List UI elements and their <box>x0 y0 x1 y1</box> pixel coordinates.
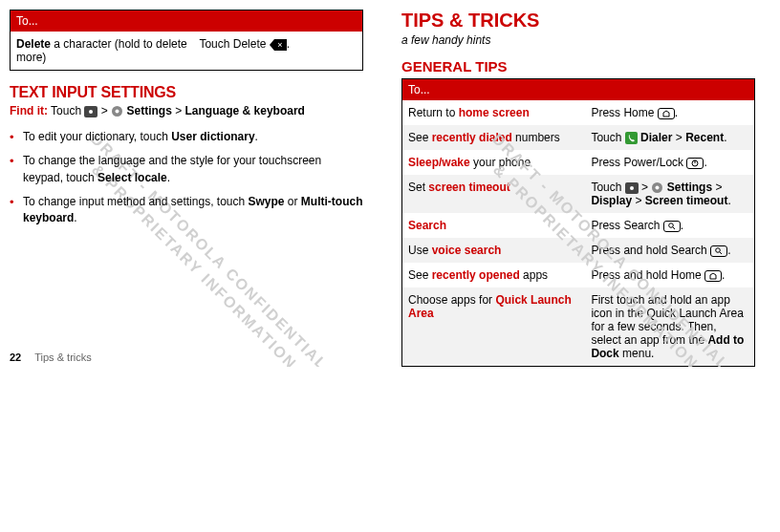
search-key-icon <box>663 221 681 232</box>
text: . <box>74 211 76 224</box>
power-key-icon <box>686 158 704 169</box>
text: or <box>285 195 301 208</box>
red-text: Search <box>408 219 446 232</box>
svg-point-2 <box>89 110 93 114</box>
table-cell: Choose apps for Quick Launch Area <box>402 287 586 367</box>
svg-rect-14 <box>663 222 680 232</box>
list-item: To change the language and the style for… <box>10 153 363 186</box>
table-cell: Press Power/Lock . <box>585 150 754 175</box>
bold-text: Delete <box>16 37 51 51</box>
table-cell: See recently opened apps <box>402 263 586 287</box>
delete-key-icon: × <box>270 39 287 51</box>
svg-text:×: × <box>277 40 282 50</box>
text: Use <box>408 244 432 257</box>
text: . <box>675 106 678 119</box>
table-cell: Set screen timeout <box>402 175 586 213</box>
search-key-icon <box>710 245 727 257</box>
svg-rect-17 <box>711 246 727 257</box>
svg-point-13 <box>656 186 660 190</box>
table-cell: Return to home screen <box>402 100 586 125</box>
bold-text: Dialer <box>640 131 672 144</box>
svg-point-11 <box>630 186 634 190</box>
table-cell: Press Search . <box>585 213 754 238</box>
bold-text: Settings <box>127 104 172 117</box>
text: . <box>287 37 290 51</box>
home-key-icon <box>84 106 98 117</box>
delete-table: To... Delete a character (hold to delete… <box>10 10 363 71</box>
bold-text: Screen timeout <box>645 194 728 207</box>
table-cell: First touch and hold an app icon in the … <box>585 287 754 367</box>
table-cell: Touch Dialer > Recent. <box>585 125 754 150</box>
text: Press Power/Lock <box>591 156 686 169</box>
red-text: Sleep/wake <box>408 156 470 169</box>
text: Touch <box>591 131 624 144</box>
table-cell-instruction: Touch Delete ×. <box>193 32 362 71</box>
table-cell: Sleep/wake your phone <box>402 150 586 175</box>
table-cell: Press Home . <box>585 100 754 125</box>
text: > <box>672 131 685 144</box>
svg-point-18 <box>716 248 721 253</box>
bullet-list: To edit your dictionary, touch User dict… <box>10 129 363 227</box>
text: > <box>639 181 652 194</box>
page: To... Delete a character (hold to delete… <box>10 10 770 367</box>
list-item: To change input method and settings, tou… <box>10 194 363 227</box>
red-text: screen timeout <box>428 181 509 194</box>
bold-text: Settings <box>667 181 712 194</box>
red-text: home screen <box>459 106 530 119</box>
text: Press and hold Home <box>591 268 704 282</box>
svg-point-15 <box>668 223 673 228</box>
text: . <box>255 130 258 143</box>
text: . <box>727 244 730 257</box>
svg-rect-5 <box>658 109 674 119</box>
svg-line-16 <box>673 227 675 229</box>
bold-text: Language & keyboard <box>185 104 305 117</box>
svg-point-4 <box>116 110 119 114</box>
chapter-heading: TIPS & TRICKS <box>401 10 755 32</box>
home-key-icon <box>704 270 722 282</box>
left-column: To... Delete a character (hold to delete… <box>10 10 363 367</box>
section-heading: TEXT INPUT SETTINGS <box>10 84 363 101</box>
text: To edit your dictionary, touch <box>23 130 171 143</box>
text: your phone <box>470 156 531 169</box>
text: . <box>724 131 726 144</box>
find-it-label: Find it: <box>10 104 48 117</box>
text: > <box>632 194 645 207</box>
text: numbers <box>512 131 560 144</box>
tips-table: To... Return to home screen Press Home .… <box>401 78 755 367</box>
chapter-subtitle: a few handy hints <box>401 33 755 47</box>
text: . <box>681 219 683 232</box>
text: . <box>167 171 170 184</box>
table-cell-action: Delete a character (hold to delete more) <box>11 32 194 71</box>
bold-text: Select locale <box>98 171 167 184</box>
table-cell: See recently dialed numbers <box>402 125 586 150</box>
table-cell: Press and hold Search . <box>585 238 754 263</box>
text: Set <box>408 181 428 194</box>
table-cell: Press and hold Home . <box>585 263 754 287</box>
table-header: To... <box>11 11 363 32</box>
svg-rect-20 <box>705 271 722 282</box>
text: . <box>727 194 730 207</box>
text: Press Home <box>591 106 657 119</box>
text: Touch Delete <box>199 37 269 51</box>
text: . <box>704 156 706 169</box>
red-text: recently opened <box>432 268 520 282</box>
text: . <box>722 268 725 282</box>
svg-rect-6 <box>625 132 638 144</box>
text: Press and hold Search <box>591 244 710 257</box>
table-cell: Use voice search <box>402 238 586 263</box>
text: Press Search <box>591 219 662 232</box>
table-header: To... <box>402 79 755 101</box>
home-key-icon <box>625 182 639 194</box>
text: Touch <box>48 104 84 117</box>
bold-text: Display <box>591 194 632 207</box>
bold-text: User dictionary <box>171 130 254 143</box>
find-it-line: Find it: Touch > Settings > Language & k… <box>10 103 363 119</box>
text: Touch <box>591 181 624 194</box>
right-column: TIPS & TRICKS a few handy hints GENERAL … <box>401 10 755 367</box>
text: See <box>408 131 432 144</box>
settings-icon <box>111 105 123 117</box>
text: > <box>98 104 111 117</box>
page-footer: 22Tips & tricks <box>10 351 92 363</box>
home-key-icon <box>658 108 675 119</box>
table-cell: Search <box>402 213 586 238</box>
